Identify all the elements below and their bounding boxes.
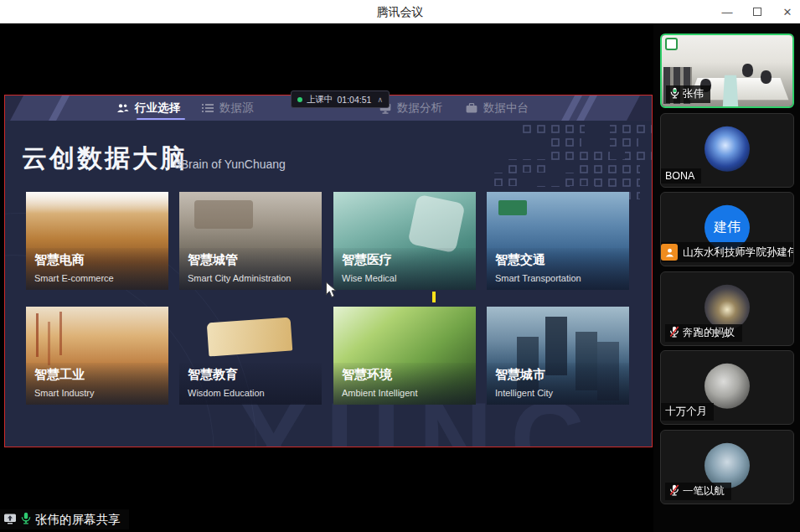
shared-screen-region: 行业选择 数据源 数据分析 (4, 95, 653, 447)
participant-name: 山东水利技师学院孙建伟 (683, 245, 794, 260)
participant-tile-yibiyihang[interactable]: 一笔以航 (660, 430, 794, 504)
tile-title-en: Ambient Intelligent (342, 388, 418, 398)
annotation-marker (432, 292, 436, 302)
participant-name: 奔跑的蚂蚁 (683, 326, 735, 340)
mic-muted-icon (669, 484, 679, 498)
participant-tile-bona[interactable]: BONA (660, 113, 794, 188)
screen-share-icon (3, 513, 17, 527)
decor-square-pattern (493, 122, 653, 199)
tab-label: 数据源 (219, 101, 254, 116)
list-icon (202, 103, 214, 113)
mic-on-icon (21, 512, 31, 527)
window-title: 腾讯会议 (0, 5, 800, 20)
participant-name: BONA (665, 170, 694, 182)
maximize-button[interactable] (751, 6, 763, 18)
mic-on-icon (670, 87, 679, 101)
tile-title-en: Smart City Administration (188, 273, 291, 283)
tile-title-zh: 智慧教育 (188, 367, 238, 383)
person-badge-icon (661, 244, 678, 261)
tile-wisdom-education[interactable]: 智慧教育 Wisdom Education (179, 307, 322, 405)
tab-label: 数据分析 (397, 101, 442, 116)
video-person (761, 70, 772, 84)
dashboard-subtitle: dBrain of YunChuang (174, 158, 286, 171)
tab-industry-select[interactable]: 行业选择 (116, 96, 180, 121)
participants-sidebar: 张伟 BONA 建伟 山东水利技师学院孙建伟 奔 (653, 23, 800, 532)
status-dot-icon (297, 97, 302, 102)
maximize-icon (753, 8, 761, 16)
participant-avatar (705, 284, 750, 329)
participant-avatar (705, 126, 750, 171)
avatar-initials: 建伟 (714, 219, 741, 236)
tile-wise-medical[interactable]: 智慧医疗 Wise Medical (333, 192, 476, 290)
tab-label: 数据中台 (483, 101, 529, 116)
participant-tile-zhangwei[interactable]: 张伟 (660, 34, 794, 108)
tile-title-zh: 智慧工业 (34, 367, 85, 383)
tile-title-zh: 智慧电商 (34, 252, 85, 268)
tile-title-en: Wise Medical (342, 273, 396, 283)
dashboard-title: 云创数据大脑 (22, 142, 188, 176)
mouse-cursor-icon (325, 281, 337, 302)
tile-title-en: Smart Industry (34, 388, 95, 398)
tile-title-zh: 智慧城市 (495, 367, 545, 383)
mic-muted-icon (669, 326, 679, 340)
chevron-up-icon[interactable]: ∧ (377, 96, 383, 104)
participant-name: 一笔以航 (683, 484, 725, 498)
tile-title-zh: 智慧医疗 (342, 252, 392, 268)
room-logo (665, 38, 678, 50)
video-detail (723, 75, 738, 106)
active-tab-underline (137, 118, 185, 120)
tile-title-zh: 智慧城管 (188, 252, 238, 268)
tile-title-zh: 智慧交通 (495, 252, 545, 268)
participant-tile-shiwangeyue[interactable]: 十万个月 (660, 350, 794, 425)
participant-tile-benpaodemayi[interactable]: 奔跑的蚂蚁 (660, 271, 794, 346)
tab-label: 行业选择 (135, 101, 180, 116)
participant-avatar (705, 363, 750, 408)
tile-title-en: Smart Transportation (495, 273, 581, 283)
participant-avatar (705, 442, 750, 488)
tile-smart-city-administration[interactable]: 智慧城管 Smart City Administration (179, 192, 322, 290)
tile-ambient-intelligent[interactable]: 智慧环境 Ambient Intelligent (333, 307, 476, 405)
meeting-stage: 行业选择 数据源 数据分析 (0, 23, 653, 532)
tab-data-platform[interactable]: 数据中台 (466, 96, 529, 121)
tile-smart-transportation[interactable]: 智慧交通 Smart Transportation (487, 192, 629, 290)
video-person (742, 64, 753, 77)
participant-name: 十万个月 (665, 405, 707, 419)
participant-tile-sunjianwei[interactable]: 建伟 山东水利技师学院孙建伟 (660, 192, 794, 266)
tile-title-en: Wisdom Education (188, 388, 265, 398)
timer-time: 01:04:51 (338, 95, 372, 105)
tile-smart-ecommerce[interactable]: 智慧电商 Smart E-commerce (26, 192, 168, 290)
tile-title-en: Intelligent City (495, 388, 553, 398)
minimize-button[interactable]: — (721, 6, 733, 18)
participant-name: 张伟 (683, 87, 704, 101)
people-icon (116, 103, 129, 114)
screen-share-banner: 张伟的屏幕共享 (0, 509, 129, 529)
window-titlebar: 腾讯会议 — ✕ (0, 0, 800, 23)
briefcase-icon (466, 103, 477, 113)
tile-title-en: Smart E-commerce (34, 273, 114, 283)
tile-title-zh: 智慧环境 (342, 367, 392, 383)
meeting-timer-badge[interactable]: 上课中 01:04:51 ∧ (291, 90, 390, 108)
tab-data-source[interactable]: 数据源 (202, 96, 254, 121)
tile-intelligent-city[interactable]: 智慧城市 Intelligent City (487, 307, 629, 405)
close-button[interactable]: ✕ (782, 6, 793, 18)
tencent-meeting-window: 腾讯会议 — ✕ 行业选择 (0, 0, 800, 532)
timer-status: 上课中 (307, 94, 333, 106)
tile-smart-industry[interactable]: 智慧工业 Smart Industry (26, 307, 168, 405)
share-banner-label: 张伟的屏幕共享 (35, 512, 121, 528)
